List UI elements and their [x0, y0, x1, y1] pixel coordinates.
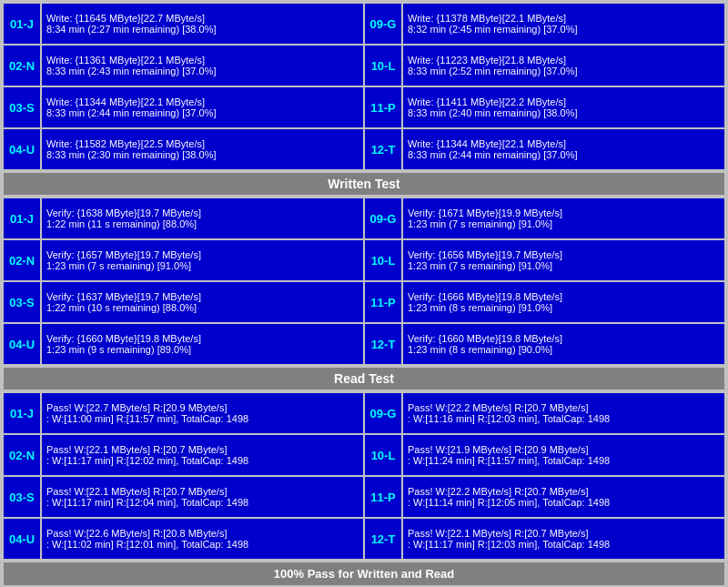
verify-label-03s: 03-S — [4, 282, 40, 322]
verify-line1-04u: Verify: {1660 MByte}[19.8 MByte/s] — [46, 333, 359, 344]
write-cell-12t: 12-T Write: {11344 MByte}[22.1 MByte/s] … — [365, 129, 724, 169]
write-data-10l: Write: {11223 MByte}[21.8 MByte/s] 8:33 … — [403, 46, 724, 86]
main-container: 01-J Write: {11645 MByte}[22.7 MByte/s] … — [0, 0, 728, 587]
write-line2-02n: 8:33 min (2:43 min remaining) [37.0%] — [46, 66, 359, 76]
verify-row-3: 03-S Verify: {1637 MByte}[19.7 MByte/s] … — [4, 282, 724, 322]
write-data-11p: Write: {11411 MByte}[22.2 MByte/s] 8:33 … — [403, 87, 724, 127]
drive-label-11p: 11-P — [365, 87, 401, 127]
read-label-01j: 01-J — [4, 393, 40, 433]
write-data-02n: Write: {11361 MByte}[22.1 MByte/s] 8:33 … — [42, 46, 363, 86]
write-line2-01j: 8:34 min (2:27 min remaining) [38.0%] — [46, 24, 359, 35]
verify-data-11p: Verify: {1666 MByte}[19.8 MByte/s] 1:23 … — [403, 282, 724, 322]
read-cell-11p: 11-P Pass! W:[22.2 MByte/s] R:[20.7 MByt… — [365, 477, 724, 517]
verify-cell-03s: 03-S Verify: {1637 MByte}[19.7 MByte/s] … — [4, 282, 363, 322]
write-line2-10l: 8:33 min (2:52 min remaining) [37.0%] — [408, 66, 720, 76]
read-cell-02n: 02-N Pass! W:[22.1 MByte/s] R:[20.7 MByt… — [4, 435, 363, 475]
write-cell-11p: 11-P Write: {11411 MByte}[22.2 MByte/s] … — [365, 87, 724, 127]
write-line1-02n: Write: {11361 MByte}[22.1 MByte/s] — [46, 55, 359, 66]
verify-row-2: 02-N Verify: {1657 MByte}[19.7 MByte/s] … — [4, 240, 724, 280]
read-data-04u: Pass! W:[22.6 MByte/s] R:[20.8 MByte/s] … — [42, 519, 363, 559]
verify-cell-11p: 11-P Verify: {1666 MByte}[19.8 MByte/s] … — [365, 282, 724, 322]
read-row-1: 01-J Pass! W:[22.7 MByte/s] R:[20.9 MByt… — [4, 393, 724, 433]
verify-row-4: 04-U Verify: {1660 MByte}[19.8 MByte/s] … — [4, 324, 724, 364]
write-line1-01j: Write: {11645 MByte}[22.7 MByte/s] — [46, 13, 359, 24]
verify-data-03s: Verify: {1637 MByte}[19.7 MByte/s] 1:22 … — [42, 282, 363, 322]
verify-label-09g: 09-G — [365, 198, 401, 238]
read-label-09g: 09-G — [365, 393, 401, 433]
read-label-02n: 02-N — [4, 435, 40, 475]
read-row-2: 02-N Pass! W:[22.1 MByte/s] R:[20.7 MByt… — [4, 435, 724, 475]
read-cell-01j: 01-J Pass! W:[22.7 MByte/s] R:[20.9 MByt… — [4, 393, 363, 433]
verify-line2-03s: 1:22 min (10 s remaining) [88.0%] — [46, 302, 359, 313]
verify-data-09g: Verify: {1671 MByte}[19.9 MByte/s] 1:23 … — [403, 198, 724, 238]
verify-line1-11p: Verify: {1666 MByte}[19.8 MByte/s] — [408, 291, 720, 302]
read-data-12t: Pass! W:[22.1 MByte/s] R:[20.7 MByte/s] … — [403, 519, 724, 559]
read-row-3: 03-S Pass! W:[22.1 MByte/s] R:[20.7 MByt… — [4, 477, 724, 517]
read-line1-02n: Pass! W:[22.1 MByte/s] R:[20.7 MByte/s] — [46, 444, 359, 455]
read-cell-09g: 09-G Pass! W:[22.2 MByte/s] R:[20.7 MByt… — [365, 393, 724, 433]
write-line1-04u: Write: {11582 MByte}[22.5 MByte/s] — [46, 138, 359, 149]
verify-line1-03s: Verify: {1637 MByte}[19.7 MByte/s] — [46, 291, 359, 302]
write-line1-03s: Write: {11344 MByte}[22.1 MByte/s] — [46, 96, 359, 107]
write-cell-04u: 04-U Write: {11582 MByte}[22.5 MByte/s] … — [4, 129, 363, 169]
write-cell-01j: 01-J Write: {11645 MByte}[22.7 MByte/s] … — [4, 4, 363, 44]
verify-cell-09g: 09-G Verify: {1671 MByte}[19.9 MByte/s] … — [365, 198, 724, 238]
verify-row-1: 01-J Verify: {1638 MByte}[19.7 MByte/s] … — [4, 198, 724, 238]
write-data-04u: Write: {11582 MByte}[22.5 MByte/s] 8:33 … — [42, 129, 363, 169]
verify-cell-10l: 10-L Verify: {1656 MByte}[19.7 MByte/s] … — [365, 240, 724, 280]
write-row-3: 03-S Write: {11344 MByte}[22.1 MByte/s] … — [4, 87, 724, 127]
verify-line1-12t: Verify: {1660 MByte}[19.8 MByte/s] — [408, 333, 720, 344]
verify-data-12t: Verify: {1660 MByte}[19.8 MByte/s] 1:23 … — [403, 324, 724, 364]
verify-line2-01j: 1:22 min (11 s remaining) [88.0%] — [46, 218, 359, 229]
verify-label-12t: 12-T — [365, 324, 401, 364]
read-label-12t: 12-T — [365, 519, 401, 559]
drive-label-01j: 01-J — [4, 4, 40, 44]
verify-label-02n: 02-N — [4, 240, 40, 280]
verify-label-11p: 11-P — [365, 282, 401, 322]
verify-cell-01j: 01-J Verify: {1638 MByte}[19.7 MByte/s] … — [4, 198, 363, 238]
write-line1-09g: Write: {11378 MByte}[22.1 MByte/s] — [408, 13, 720, 24]
write-data-01j: Write: {11645 MByte}[22.7 MByte/s] 8:34 … — [42, 4, 363, 44]
verify-cell-04u: 04-U Verify: {1660 MByte}[19.8 MByte/s] … — [4, 324, 363, 364]
read-line2-03s: : W:[11:17 min] R:[12:04 min], TotalCap:… — [46, 497, 359, 508]
read-line1-01j: Pass! W:[22.7 MByte/s] R:[20.9 MByte/s] — [46, 402, 359, 413]
read-cell-10l: 10-L Pass! W:[21.9 MByte/s] R:[20.9 MByt… — [365, 435, 724, 475]
write-data-12t: Write: {11344 MByte}[22.1 MByte/s] 8:33 … — [403, 129, 724, 169]
read-line1-11p: Pass! W:[22.2 MByte/s] R:[20.7 MByte/s] — [408, 486, 720, 497]
read-line1-12t: Pass! W:[22.1 MByte/s] R:[20.7 MByte/s] — [408, 528, 720, 539]
write-line2-03s: 8:33 min (2:44 min remaining) [37.0%] — [46, 107, 359, 118]
verify-data-04u: Verify: {1660 MByte}[19.8 MByte/s] 1:23 … — [42, 324, 363, 364]
write-line2-04u: 8:33 min (2:30 min remaining) [38.0%] — [46, 149, 359, 160]
drive-label-04u: 04-U — [4, 129, 40, 169]
verify-line1-09g: Verify: {1671 MByte}[19.9 MByte/s] — [408, 207, 720, 218]
read-line2-10l: : W:[11:24 min] R:[11:57 min], TotalCap:… — [408, 455, 720, 466]
read-cell-12t: 12-T Pass! W:[22.1 MByte/s] R:[20.7 MByt… — [365, 519, 724, 559]
drive-label-03s: 03-S — [4, 87, 40, 127]
verify-label-04u: 04-U — [4, 324, 40, 364]
verify-section: 01-J Verify: {1638 MByte}[19.7 MByte/s] … — [4, 198, 724, 364]
write-line2-09g: 8:32 min (2:45 min remaining) [37.0%] — [408, 24, 720, 35]
read-label-11p: 11-P — [365, 477, 401, 517]
verify-cell-02n: 02-N Verify: {1657 MByte}[19.7 MByte/s] … — [4, 240, 363, 280]
write-cell-02n: 02-N Write: {11361 MByte}[22.1 MByte/s] … — [4, 46, 363, 86]
verify-line2-11p: 1:23 min (8 s remaining) [91.0%] — [408, 302, 720, 313]
write-line1-12t: Write: {11344 MByte}[22.1 MByte/s] — [408, 138, 720, 149]
read-line2-04u: : W:[11:02 min] R:[12:01 min], TotalCap:… — [46, 539, 359, 550]
drive-label-02n: 02-N — [4, 46, 40, 86]
write-line2-12t: 8:33 min (2:44 min remaining) [37.0%] — [408, 149, 720, 160]
read-data-11p: Pass! W:[22.2 MByte/s] R:[20.7 MByte/s] … — [403, 477, 724, 517]
verify-label-01j: 01-J — [4, 198, 40, 238]
verify-line2-04u: 1:23 min (9 s remaining) [89.0%] — [46, 344, 359, 355]
read-line1-04u: Pass! W:[22.6 MByte/s] R:[20.8 MByte/s] — [46, 528, 359, 539]
write-data-09g: Write: {11378 MByte}[22.1 MByte/s] 8:32 … — [403, 4, 724, 44]
read-line2-11p: : W:[11:14 min] R:[12:05 min], TotalCap:… — [408, 497, 720, 508]
read-label-04u: 04-U — [4, 519, 40, 559]
verify-line1-01j: Verify: {1638 MByte}[19.7 MByte/s] — [46, 207, 359, 218]
read-test-header: Read Test — [4, 368, 724, 390]
verify-data-01j: Verify: {1638 MByte}[19.7 MByte/s] 1:22 … — [42, 198, 363, 238]
write-line1-11p: Write: {11411 MByte}[22.2 MByte/s] — [408, 96, 720, 107]
read-line1-10l: Pass! W:[21.9 MByte/s] R:[20.9 MByte/s] — [408, 444, 720, 455]
write-section: 01-J Write: {11645 MByte}[22.7 MByte/s] … — [4, 4, 724, 169]
verify-line2-02n: 1:23 min (7 s remaining) [91.0%] — [46, 260, 359, 271]
read-data-01j: Pass! W:[22.7 MByte/s] R:[20.9 MByte/s] … — [42, 393, 363, 433]
